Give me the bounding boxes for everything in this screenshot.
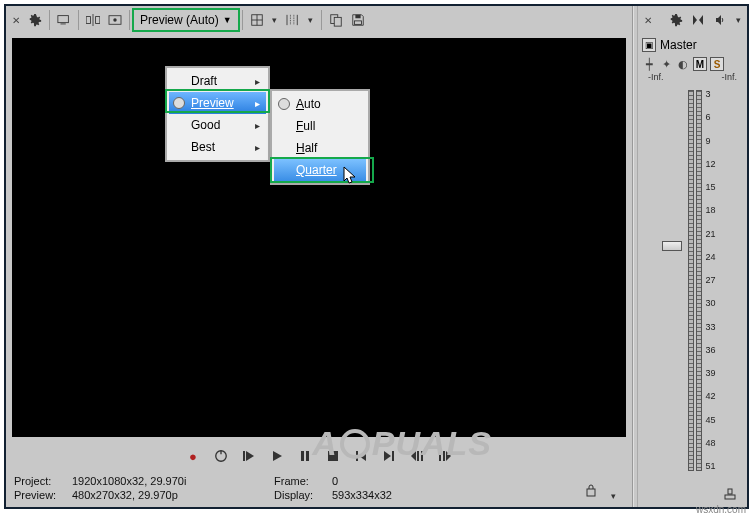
project-value: 1920x1080x32, 29.970i [72, 475, 186, 487]
safe-areas-dropdown-icon[interactable]: ▾ [304, 15, 318, 25]
master-meter: 3 6 9 12 15 18 21 24 27 30 33 36 39 42 [638, 82, 747, 481]
lock-dropdown-icon[interactable]: ▾ [606, 491, 620, 501]
svg-rect-23 [301, 451, 304, 461]
overlays-icon[interactable] [246, 9, 268, 31]
svg-marker-38 [699, 15, 703, 25]
svg-rect-16 [355, 15, 360, 19]
watermark: APUALS [312, 424, 492, 463]
split-preview-icon[interactable] [82, 9, 104, 31]
safe-areas-icon[interactable] [282, 9, 304, 31]
fx-bypass-icon[interactable] [104, 9, 126, 31]
master-title: Master [660, 38, 697, 52]
display-label: Display: [274, 489, 332, 501]
svg-rect-3 [96, 17, 100, 24]
quality-menu: Draft▸ Preview▸ Good▸ Best▸ [165, 66, 270, 162]
bus-send-icon[interactable]: ◐ [676, 57, 690, 71]
resolution-item-auto[interactable]: Auto [274, 93, 366, 115]
external-monitor-icon[interactable] [53, 9, 75, 31]
status-bar: Project:1920x1080x32, 29.970i Preview:48… [6, 473, 632, 507]
quality-item-draft[interactable]: Draft▸ [169, 70, 266, 92]
solo-button[interactable]: S [710, 57, 724, 71]
play-button[interactable] [266, 445, 288, 467]
quality-item-preview[interactable]: Preview▸ [169, 92, 266, 114]
meter-bar-right [696, 90, 702, 471]
overlays-dropdown-icon[interactable]: ▾ [268, 15, 282, 25]
preview-quality-dropdown[interactable]: Preview (Auto) ▼ [133, 9, 239, 31]
output-dropdown-icon[interactable]: ▾ [731, 15, 745, 25]
svg-rect-17 [354, 21, 361, 25]
meter-bar-left [688, 90, 694, 471]
resolution-item-full[interactable]: Full [274, 115, 366, 137]
copy-snapshot-icon[interactable] [325, 9, 347, 31]
fader-thumb[interactable] [662, 241, 682, 251]
preview-toolbar: ✕ Preview (Auto) ▼ [6, 6, 632, 34]
frame-value: 0 [332, 475, 338, 487]
svg-rect-24 [306, 451, 309, 461]
resolution-menu: Auto Full Half Quarter [270, 89, 370, 185]
svg-rect-20 [243, 451, 245, 461]
automation-icon[interactable]: ✦ [659, 57, 673, 71]
play-start-button[interactable] [238, 445, 260, 467]
master-bus-icon: ▣ [642, 38, 656, 52]
resolution-item-quarter[interactable]: Quarter [274, 159, 366, 181]
expand-mixer-icon[interactable] [719, 483, 741, 505]
svg-rect-39 [725, 495, 735, 499]
svg-rect-15 [334, 17, 341, 26]
master-title-row: ▣ Master [638, 34, 747, 56]
close-icon[interactable]: ✕ [8, 12, 24, 28]
meter-right-readout: -Inf. [721, 72, 737, 82]
quality-item-good[interactable]: Good▸ [169, 114, 266, 136]
source-watermark: wsxdn.com [696, 504, 746, 515]
preview-label: Preview: [14, 489, 72, 501]
mute-button[interactable]: M [693, 57, 707, 71]
svg-marker-37 [693, 15, 697, 25]
loop-button[interactable] [210, 445, 232, 467]
svg-rect-0 [58, 16, 69, 23]
display-value: 593x334x32 [332, 489, 392, 501]
svg-rect-2 [86, 17, 90, 24]
downmix-icon[interactable] [687, 9, 709, 31]
mixer-properties-icon[interactable] [665, 9, 687, 31]
svg-point-6 [113, 18, 116, 21]
close-icon[interactable]: ✕ [640, 12, 656, 28]
preview-quality-label: Preview (Auto) [140, 13, 219, 27]
save-snapshot-icon[interactable] [347, 9, 369, 31]
insert-fx-icon[interactable]: ┿ [642, 57, 656, 71]
svg-rect-40 [728, 489, 732, 494]
meter-scale: 3 6 9 12 15 18 21 24 27 30 33 36 39 42 [703, 86, 717, 475]
resolution-item-half[interactable]: Half [274, 137, 366, 159]
preview-value: 480x270x32, 29.970p [72, 489, 178, 501]
record-button[interactable]: ● [182, 445, 204, 467]
quality-item-best[interactable]: Best▸ [169, 136, 266, 158]
meter-left-readout: -Inf. [648, 72, 664, 82]
project-label: Project: [14, 475, 72, 487]
properties-icon[interactable] [24, 9, 46, 31]
dim-output-icon[interactable] [709, 9, 731, 31]
svg-rect-36 [587, 489, 595, 496]
svg-rect-1 [61, 24, 66, 25]
svg-marker-21 [246, 451, 254, 461]
frame-label: Frame: [274, 475, 332, 487]
lock-aspect-icon[interactable] [580, 479, 602, 501]
master-toolbar: ✕ ▾ [638, 6, 747, 34]
svg-marker-22 [273, 451, 282, 461]
caret-down-icon: ▼ [223, 15, 232, 25]
